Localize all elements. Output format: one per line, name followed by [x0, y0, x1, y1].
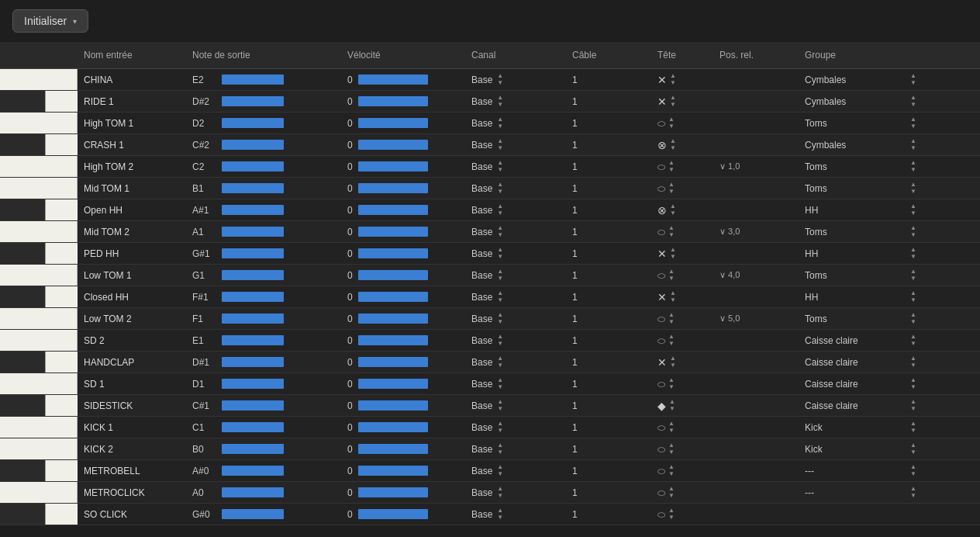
keyboard-cell	[0, 395, 78, 416]
groupe-cell[interactable]: HH▲▼	[799, 244, 923, 262]
canal-cell[interactable]: Base▲▼	[465, 244, 566, 262]
nom-entree-cell: Low TOM 2	[78, 311, 186, 327]
note-sortie-cell: A#0	[186, 463, 341, 479]
cable-cell: 1	[566, 333, 651, 348]
canal-cell[interactable]: Base▲▼	[465, 310, 566, 327]
tete-cell: ⬭▲▼	[651, 440, 713, 458]
nom-entree-cell: Low TOM 1	[78, 268, 186, 283]
canal-cell[interactable]: Base▲▼	[465, 136, 566, 154]
pos-rel-cell	[713, 338, 799, 343]
groupe-cell[interactable]: Kick▲▼	[799, 418, 923, 436]
groupe-cell[interactable]: Toms▲▼	[799, 310, 923, 327]
keyboard-cell	[0, 504, 78, 525]
groupe-cell[interactable]: Cymbales▲▼	[799, 71, 923, 88]
groupe-cell[interactable]: Caisse claire▲▼	[799, 353, 923, 371]
velocite-cell: 0	[341, 442, 465, 457]
pos-rel-cell: ∨ 5,0	[713, 311, 799, 326]
note-sortie-cell: C1	[186, 420, 341, 435]
tete-icon: ⬭	[657, 379, 665, 390]
table-row: High TOM 2C20Base▲▼1⬭▲▼∨ 1,0Toms▲▼	[0, 156, 980, 178]
canal-cell[interactable]: Base▲▼	[465, 331, 566, 349]
table-row: SD 1D10Base▲▼1⬭▲▼Caisse claire▲▼	[0, 373, 980, 395]
canal-cell[interactable]: Base▲▼	[465, 92, 566, 110]
note-sortie-cell: F1	[186, 311, 341, 327]
groupe-cell[interactable]: Toms▲▼	[799, 158, 923, 175]
cable-cell: 1	[566, 137, 651, 153]
tete-cell: ⊗▲▼	[651, 201, 713, 219]
table-wrapper: Nom entrée Note de sortie Vélocité Canal…	[0, 42, 980, 525]
groupe-cell[interactable]: Toms▲▼	[799, 266, 923, 284]
keyboard-cell	[0, 178, 78, 199]
canal-cell[interactable]: Base▲▼	[465, 375, 566, 393]
groupe-cell[interactable]: Caisse claire▲▼	[799, 397, 923, 414]
table-row: SO CLICKG#00Base▲▼1⬭▲▼	[0, 504, 980, 525]
canal-cell[interactable]: Base▲▼	[465, 483, 566, 501]
tete-icon: ⬭	[657, 509, 665, 520]
groupe-cell[interactable]	[799, 512, 923, 517]
tete-icon: ⊗	[657, 139, 667, 151]
canal-cell[interactable]: Base▲▼	[465, 266, 566, 284]
cable-cell: 1	[566, 116, 651, 131]
note-sortie-cell: F#1	[186, 289, 341, 305]
initialiser-button[interactable]: Initialiser ▾	[12, 9, 88, 33]
nom-entree-cell: METROCLICK	[78, 485, 186, 501]
canal-cell[interactable]: Base▲▼	[465, 223, 566, 241]
groupe-cell[interactable]: ---▲▼	[799, 462, 923, 480]
nom-entree-cell: KICK 1	[78, 420, 186, 435]
canal-cell[interactable]: Base▲▼	[465, 505, 566, 523]
groupe-cell[interactable]: ---▲▼	[799, 483, 923, 501]
tete-icon: ⬭	[657, 335, 665, 346]
table-row: KICK 2B00Base▲▼1⬭▲▼Kick▲▼	[0, 438, 980, 460]
tete-cell: ⬭▲▼	[651, 418, 713, 436]
keyboard-cell	[0, 69, 78, 90]
canal-cell[interactable]: Base▲▼	[465, 288, 566, 306]
tete-cell: ⬭▲▼	[651, 266, 713, 284]
pos-rel-cell	[713, 78, 799, 82]
groupe-cell[interactable]: HH▲▼	[799, 288, 923, 306]
keyboard-cell	[0, 265, 78, 286]
tete-icon: ⬭	[657, 118, 665, 129]
groupe-cell[interactable]: Toms▲▼	[799, 223, 923, 241]
canal-cell[interactable]: Base▲▼	[465, 462, 566, 480]
groupe-cell[interactable]: Caisse claire▲▼	[799, 331, 923, 349]
groupe-cell[interactable]: Caisse claire▲▼	[799, 375, 923, 393]
nom-entree-cell: SD 1	[78, 376, 186, 392]
initialiser-label: Initialiser	[24, 15, 67, 27]
canal-cell[interactable]: Base▲▼	[465, 353, 566, 371]
canal-cell[interactable]: Base▲▼	[465, 114, 566, 132]
canal-cell[interactable]: Base▲▼	[465, 418, 566, 436]
pos-rel-cell	[713, 404, 799, 408]
groupe-cell[interactable]: HH▲▼	[799, 201, 923, 219]
cable-cell: 1	[566, 398, 651, 414]
velocite-cell: 0	[341, 72, 465, 88]
canal-cell[interactable]: Base▲▼	[465, 71, 566, 88]
pos-rel-cell	[713, 99, 799, 104]
groupe-cell[interactable]: Cymbales▲▼	[799, 136, 923, 154]
groupe-cell[interactable]: Toms▲▼	[799, 179, 923, 197]
keyboard-cell	[0, 221, 78, 242]
note-sortie-cell: A1	[186, 224, 341, 240]
canal-cell[interactable]: Base▲▼	[465, 440, 566, 458]
canal-cell[interactable]: Base▲▼	[465, 397, 566, 414]
canal-cell[interactable]: Base▲▼	[465, 158, 566, 175]
note-sortie-cell: C#2	[186, 137, 341, 153]
pos-rel-cell: ∨ 1,0	[713, 159, 799, 174]
nom-entree-cell: KICK 2	[78, 442, 186, 457]
groupe-cell[interactable]: Toms▲▼	[799, 114, 923, 132]
canal-cell[interactable]: Base▲▼	[465, 179, 566, 197]
table-row: Open HHA#10Base▲▼1⊗▲▼HH▲▼	[0, 199, 980, 221]
groupe-cell[interactable]: Kick▲▼	[799, 440, 923, 458]
pos-rel-cell	[713, 360, 799, 365]
velocite-cell: 0	[341, 94, 465, 109]
pos-rel-cell	[713, 469, 799, 473]
tete-cell: ⬭▲▼	[651, 179, 713, 197]
nom-entree-cell: RIDE 1	[78, 94, 186, 109]
pos-rel-cell	[713, 143, 799, 147]
table-header: Nom entrée Note de sortie Vélocité Canal…	[0, 42, 980, 69]
table-body: CHINAE20Base▲▼1✕▲▼Cymbales▲▼RIDE 1D#20Ba…	[0, 69, 980, 525]
groupe-cell[interactable]: Cymbales▲▼	[799, 92, 923, 110]
velocite-cell: 0	[341, 137, 465, 153]
tete-icon: ⬭	[657, 183, 665, 194]
velocite-cell: 0	[341, 268, 465, 283]
canal-cell[interactable]: Base▲▼	[465, 201, 566, 219]
